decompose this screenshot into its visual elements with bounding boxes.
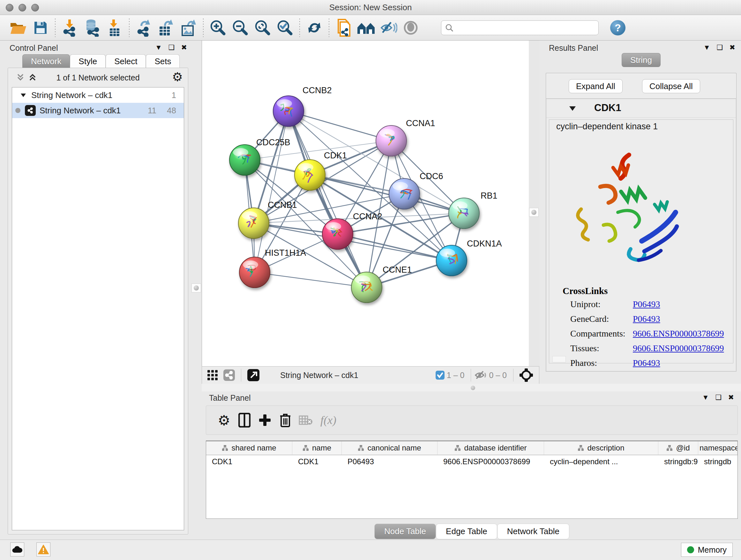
delete-column-button[interactable] [275,411,295,430]
horizontal-splitter[interactable] [202,384,741,391]
table-tab-edge-table[interactable]: Edge Table [436,523,497,539]
right-splitter-collapse-button[interactable] [529,208,539,217]
string-enhance-button[interactable] [400,17,422,38]
zoom-selected-button[interactable] [274,17,296,38]
zoom-out-button[interactable] [229,17,252,38]
selected-checkbox[interactable] [435,370,445,380]
panel-menu-button[interactable]: ▼ [702,394,709,401]
export-table-button[interactable] [155,17,178,38]
table-header-row: shared namenamecanonical namedatabase id… [206,441,738,455]
cloud-status-button[interactable] [10,543,24,557]
network-node-CDK1[interactable]: CDK1 [294,151,347,190]
network-view-mode-button[interactable] [223,369,235,381]
collection-label: String Network – cdk1 [31,90,112,100]
import-network-button[interactable] [59,17,81,38]
splitter-handle-dot[interactable] [471,386,475,390]
gene-header-row[interactable]: CDK1 [546,99,736,118]
birdseye-view-button[interactable] [247,369,260,381]
collection-count: 1 [172,90,176,100]
network-node-HIST1H1A[interactable]: HIST1H1A [239,248,306,288]
zoom-in-button[interactable] [207,17,229,38]
help-button[interactable]: ? [610,20,625,36]
column-header-description[interactable]: description [544,441,658,455]
collapse-all-button[interactable]: Collapse All [642,79,700,93]
node-label-CDKN1A: CDKN1A [467,239,502,248]
crosslink-link[interactable]: 9606.ENSP00000378699 [633,343,724,354]
network-edge[interactable] [338,234,452,260]
results-scrollbar[interactable] [552,356,566,362]
import-database-button[interactable] [81,17,104,38]
results-tab-string[interactable]: String [622,53,661,67]
refresh-icon [307,20,322,36]
hidden-toggle[interactable] [474,370,487,380]
show-columns-button[interactable] [234,411,255,430]
panel-close-button[interactable]: ✖ [728,394,734,401]
network-icon [25,105,36,116]
table-tab-node-table[interactable]: Node Table [374,523,436,539]
string-home-button[interactable] [355,17,377,38]
zoom-fit-button[interactable] [252,17,274,38]
network-edge[interactable] [288,111,367,287]
network-node-RB1[interactable]: RB1 [449,191,497,229]
network-node-CDKN1A[interactable]: CDKN1A [436,239,502,276]
edge-count: 48 [167,106,176,116]
crosslink-link[interactable]: P06493 [633,314,660,324]
tab-select[interactable]: Select [106,54,146,68]
add-column-button[interactable] [255,411,275,430]
network-node-CDC25B[interactable]: CDC25B [229,138,290,175]
tab-style[interactable]: Style [70,54,106,68]
network-edge[interactable] [288,111,391,141]
table-tab-network-table[interactable]: Network Table [497,523,569,539]
import-table-button[interactable] [104,17,126,38]
table-options-gear-button[interactable]: ⚙ [214,411,234,430]
network-node-CCNB1[interactable]: CCNB1 [239,200,297,239]
columns-icon [239,413,251,428]
tab-network[interactable]: Network [22,54,70,68]
tab-sets[interactable]: Sets [146,54,180,68]
column-header--id[interactable]: @id [658,441,698,455]
collapse-arrow-icon[interactable] [569,105,576,113]
save-session-button[interactable] [29,17,52,38]
network-node-CCNE1[interactable]: CCNE1 [351,265,412,303]
crosslink-link[interactable]: P06493 [633,358,660,368]
crosslink-link[interactable]: 9606.ENSP00000378699 [633,328,724,339]
memory-button[interactable]: Memory [681,543,733,557]
panel-float-button[interactable]: ❑ [716,394,722,401]
column-header-shared-name[interactable]: shared name [206,441,292,455]
export-image-button[interactable] [178,17,200,38]
fit-selected-button[interactable] [519,368,533,382]
open-session-button[interactable] [7,17,29,38]
column-header-namespace[interactable]: namespace [698,441,738,455]
left-splitter-collapse-button[interactable] [192,284,201,293]
left-splitter[interactable] [191,40,202,536]
network-row-selected[interactable]: String Network – cdk1 11 48 [12,103,184,118]
show-grid-button[interactable] [207,370,218,381]
network-canvas[interactable]: CCNB2CCNA1CDC25BCDK1CDC6RB1CCNB1CCNA2CDK… [202,40,529,367]
column-header-name[interactable]: name [292,441,342,455]
network-node-CCNA1[interactable]: CCNA1 [376,118,435,156]
network-node-CCNB2[interactable]: CCNB2 [273,85,332,126]
column-header-database-identifier[interactable]: database identifier [437,441,544,455]
network-options-gear-button[interactable]: ⚙ [172,70,183,84]
panel-float-button[interactable]: ❑ [169,44,175,51]
table-row[interactable]: CDK1CDK1P064939606.ENSP00000378699cyclin… [206,455,738,468]
column-header-canonical-name[interactable]: canonical name [342,441,437,455]
panel-close-button[interactable]: ✖ [730,44,735,51]
panel-close-button[interactable]: ✖ [181,44,187,51]
expand-all-button[interactable]: Expand All [569,79,623,93]
warnings-button[interactable] [37,543,51,557]
panel-menu-button[interactable]: ▼ [703,44,711,51]
status-bar: Memory [0,540,741,560]
string-import-button[interactable] [333,17,355,38]
panel-menu-button[interactable]: ▼ [155,44,162,51]
crosslink-link[interactable]: P06493 [633,299,660,309]
panel-float-button[interactable]: ❑ [717,44,723,51]
network-graph[interactable]: CCNB2CCNA1CDC25BCDK1CDC6RB1CCNB1CCNA2CDK… [202,41,529,366]
apply-layout-button[interactable] [303,17,326,38]
search-input[interactable] [456,22,598,34]
collapse-arrow-icon[interactable] [20,91,27,99]
export-network-button[interactable] [133,17,155,38]
network-collection-row[interactable]: String Network – cdk1 1 [12,87,184,103]
network-edge[interactable] [255,272,367,287]
string-hide-glass-button[interactable] [377,17,400,38]
